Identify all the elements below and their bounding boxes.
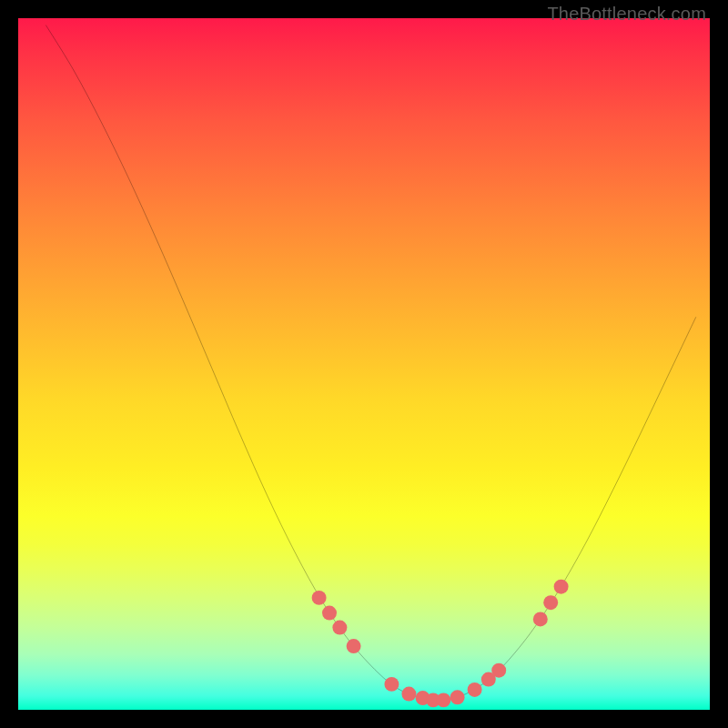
highlight-dot [554,580,569,594]
highlight-dot [533,612,548,626]
highlight-dot [384,677,399,692]
highlight-dot [491,663,506,678]
highlight-dot [322,606,337,621]
highlight-dot [468,682,482,697]
highlight-dots [312,580,569,708]
highlight-dot [312,591,327,605]
highlight-dot [543,595,558,610]
watermark-text: TheBottleneck.com [547,4,706,25]
bottleneck-curve [46,25,695,701]
highlight-dot [332,621,347,635]
highlight-dot [450,690,465,704]
highlight-dot [401,687,416,702]
highlight-dot [436,693,450,707]
chart-frame: TheBottleneck.com [0,0,728,728]
chart-overlay [18,18,710,710]
plot-area [18,18,710,710]
highlight-dot [347,639,361,653]
